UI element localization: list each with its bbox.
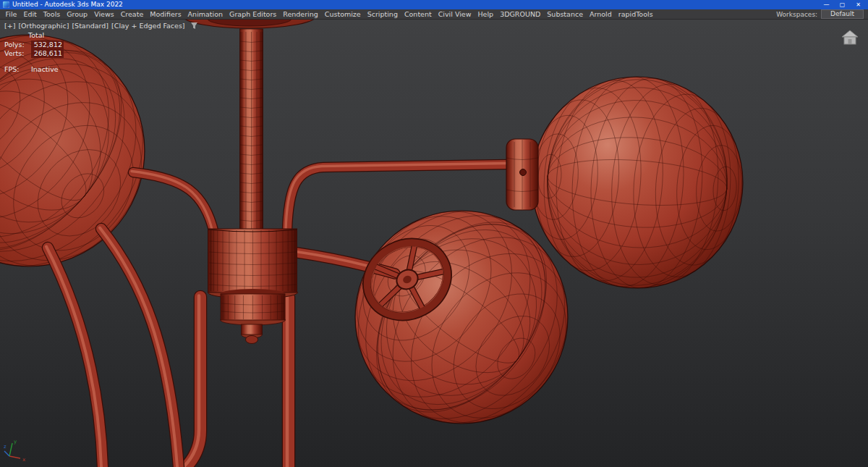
menu-item[interactable]: Scripting <box>364 9 401 20</box>
workspaces-dropdown[interactable]: Default <box>821 9 864 19</box>
menu-item[interactable]: Group <box>64 9 91 20</box>
top-shade <box>183 20 316 28</box>
menu-item[interactable]: 3DGROUND <box>497 9 544 20</box>
stats-polys-label: Polys: <box>4 41 28 49</box>
window-title: Untitled - Autodesk 3ds Max 2022 <box>12 0 123 9</box>
world-axis-tripod: x y z <box>3 437 33 466</box>
axis-y-label: y <box>14 439 17 445</box>
viewport-label-row: [+][Orthographic][Standard][Clay + Edged… <box>4 22 198 30</box>
menu-item[interactable]: Civil View <box>435 9 475 20</box>
stats-fps-row: FPS: Inactive <box>4 65 64 74</box>
workspaces-area: Workspaces: Default <box>776 9 866 19</box>
menu-item[interactable]: rapidTools <box>615 9 656 20</box>
viewcube-home-icon[interactable] <box>841 28 859 50</box>
stats-verts-value: 268,611 <box>31 49 64 58</box>
menu-item[interactable]: Rendering <box>280 9 322 20</box>
menu-item[interactable]: Graph Editors <box>226 9 280 20</box>
menubar: FileEditToolsGroupViewsCreateModifiersAn… <box>0 9 868 20</box>
menu-item[interactable]: Substance <box>544 9 587 20</box>
stats-verts-label: Verts: <box>4 49 28 58</box>
menu-item[interactable]: Arnold <box>587 9 616 20</box>
axis-x-label: x <box>22 457 25 463</box>
titlebar-left: Untitled - Autodesk 3ds Max 2022 <box>3 0 123 9</box>
3dsmax-app-icon <box>3 1 9 8</box>
axis-z-label: z <box>4 444 7 450</box>
titlebar: Untitled - Autodesk 3ds Max 2022 — ▢ ✕ <box>0 0 868 9</box>
viewport-label-segment[interactable]: [Orthographic] <box>18 22 69 30</box>
stats-polys-value: 532,812 <box>31 41 64 49</box>
scene-3d-model[interactable] <box>0 20 868 467</box>
right-sphere <box>528 71 746 295</box>
filter-funnel-icon[interactable] <box>190 22 198 30</box>
menu-item[interactable]: Views <box>91 9 118 20</box>
stats-total-label: Total <box>28 31 64 40</box>
stats-fps-label: FPS: <box>4 65 28 74</box>
menu-item[interactable]: Help <box>475 9 497 20</box>
menu-item[interactable]: File <box>2 9 20 20</box>
minimize-button[interactable]: — <box>819 0 834 9</box>
menu-item[interactable]: Tools <box>40 9 63 20</box>
menu-item[interactable]: Create <box>117 9 147 20</box>
viewport-label-segment[interactable]: [+] <box>4 22 15 30</box>
stats-polys-row: Polys: 532,812 <box>4 41 64 49</box>
viewport-label-segment[interactable]: [Standard] <box>72 22 109 30</box>
viewport[interactable]: [+][Orthographic][Standard][Clay + Edged… <box>0 20 868 467</box>
viewport-label-segment[interactable]: [Clay + Edged Faces] <box>111 22 185 30</box>
menu-item[interactable]: Animation <box>184 9 226 20</box>
close-button[interactable]: ✕ <box>851 0 866 9</box>
3dsmax-window: Untitled - Autodesk 3ds Max 2022 — ▢ ✕ F… <box>0 0 868 467</box>
stats-fps-value: Inactive <box>31 65 59 74</box>
menu-item[interactable]: Edit <box>20 9 40 20</box>
stats-verts-row: Verts: 268,611 <box>4 49 64 58</box>
workspaces-label: Workspaces: <box>776 11 817 18</box>
menu-item[interactable]: Customize <box>321 9 364 20</box>
maximize-button[interactable]: ▢ <box>835 0 850 9</box>
sphere-collar <box>506 139 538 210</box>
viewport-statistics: Total Polys: 532,812 Verts: 268,611 FPS:… <box>4 31 64 74</box>
central-column <box>240 29 263 230</box>
window-controls: — ▢ ✕ <box>819 0 866 9</box>
menu-item[interactable]: Modifiers <box>147 9 184 20</box>
menu-item[interactable]: Content <box>401 9 435 20</box>
